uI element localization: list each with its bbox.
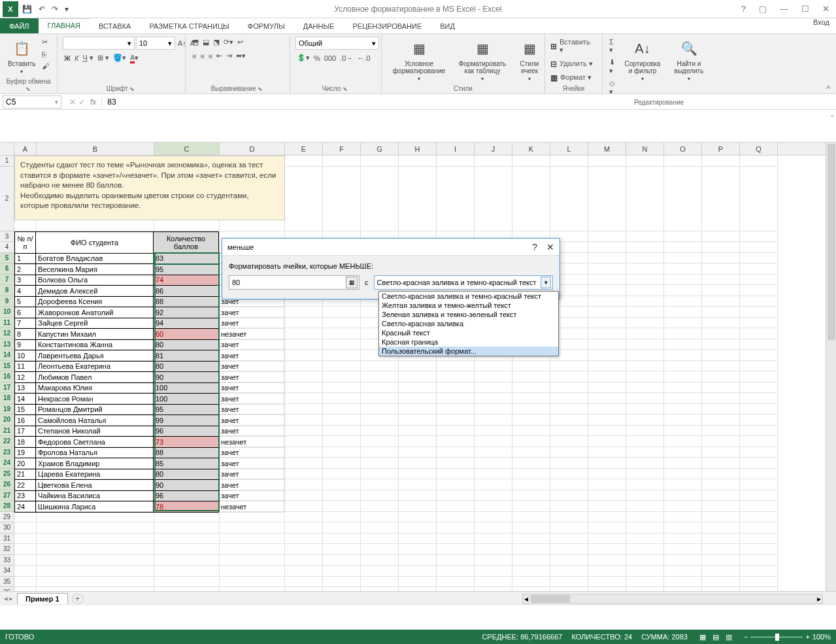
col-header-Q[interactable]: Q (740, 143, 778, 155)
row-header-29[interactable]: 29 (0, 512, 14, 523)
threshold-input[interactable]: 80 ▦ (229, 275, 359, 290)
font-name-select[interactable]: ▾ (63, 37, 135, 50)
row-header-18[interactable]: 18 (0, 393, 14, 404)
col-header-F[interactable]: F (323, 143, 361, 155)
font-size-select[interactable]: 10▾ (136, 37, 175, 50)
zoom-out-button[interactable]: − (744, 633, 748, 641)
accounting-button[interactable]: 💲▾ (295, 52, 311, 63)
col-header-D[interactable]: D (220, 143, 285, 155)
row-header-24[interactable]: 24 (0, 458, 14, 469)
tab-data[interactable]: ДАННЫЕ (294, 18, 344, 33)
col-header-I[interactable]: I (437, 143, 475, 155)
row-header-11[interactable]: 11 (0, 318, 14, 329)
zoom-value[interactable]: 100% (812, 633, 831, 641)
row-header-19[interactable]: 19 (0, 404, 14, 415)
row-header-1[interactable]: 1 (0, 156, 14, 167)
tab-file[interactable]: ФАЙЛ (0, 18, 39, 33)
row-header-6[interactable]: 6 (0, 263, 14, 275)
bold-button[interactable]: Ж (63, 53, 72, 63)
align-top-button[interactable]: ⬒ (191, 37, 200, 48)
close-button[interactable]: ✕ (818, 3, 833, 15)
align-right-button[interactable]: ≡ (207, 51, 214, 61)
col-header-N[interactable]: N (626, 143, 664, 155)
row-header-3[interactable]: 3 (0, 231, 14, 243)
qat-customize[interactable]: ▾ (62, 3, 71, 15)
dropdown-option[interactable]: Красная граница (379, 337, 558, 347)
row-header-12[interactable]: 12 (0, 328, 14, 339)
number-format-select[interactable]: Общий▾ (295, 37, 379, 50)
sheet-tab-active[interactable]: Пример 1 (17, 593, 68, 604)
col-header-P[interactable]: P (702, 143, 740, 155)
increase-decimal-button[interactable]: .0→ (339, 53, 354, 63)
insert-cells-button[interactable]: Вставить ▾ (558, 37, 597, 56)
name-box[interactable]: C5▾ (3, 95, 61, 109)
row-header-28[interactable]: 28 (0, 501, 14, 512)
row-header-30[interactable]: 30 (0, 522, 14, 534)
wrap-text-button[interactable]: ↩ (236, 37, 244, 48)
dialog-close-button[interactable]: ✕ (544, 242, 557, 252)
qat-undo[interactable]: ↶ (36, 3, 48, 15)
dropdown-option[interactable]: Желтая заливка и темно-желтый текст (379, 301, 558, 310)
row-header-23[interactable]: 23 (0, 447, 14, 458)
col-header-M[interactable]: M (588, 143, 626, 155)
decrease-indent-button[interactable]: ⇤ (215, 50, 224, 61)
decrease-decimal-button[interactable]: ←.0 (356, 53, 371, 63)
row-header-20[interactable]: 20 (0, 415, 14, 426)
hscroll-left[interactable]: ◂ (523, 594, 529, 603)
row-header-35[interactable]: 35 (0, 577, 14, 588)
row-header-34[interactable]: 34 (0, 566, 14, 577)
sheet-nav-prev[interactable]: ▸ (9, 594, 13, 603)
number-launcher[interactable]: ⬊ (343, 86, 349, 92)
tab-layout[interactable]: РАЗМЕТКА СТРАНИЦЫ (140, 18, 238, 33)
align-center-button[interactable]: ≡ (199, 51, 205, 61)
col-header-G[interactable]: G (361, 143, 399, 155)
align-middle-button[interactable]: ⬓ (201, 37, 210, 48)
row-header-14[interactable]: 14 (0, 350, 14, 361)
minimize-button[interactable]: — (776, 3, 792, 15)
fill-button[interactable]: ⬇ ▾ (608, 57, 617, 76)
dialog-help-button[interactable]: ? (529, 242, 540, 252)
zoom-slider[interactable] (750, 636, 803, 638)
conditional-formatting-button[interactable]: ▦ Условное форматирование▾ (387, 37, 451, 83)
autosum-button[interactable]: Σ ▾ (608, 37, 617, 56)
col-header-K[interactable]: K (512, 143, 550, 155)
ribbon-display-button[interactable]: ▢ (755, 3, 771, 15)
dropdown-option[interactable]: Красный текст (379, 328, 558, 337)
row-header-31[interactable]: 31 (0, 534, 14, 545)
merge-button[interactable]: ⬌▾ (235, 50, 247, 61)
row-header-26[interactable]: 26 (0, 479, 14, 490)
align-bottom-button[interactable]: ⬔ (212, 37, 221, 48)
select-all-corner[interactable] (0, 143, 14, 155)
sheet-nav-first[interactable]: ◂ (4, 594, 8, 603)
dropdown-arrow-icon[interactable]: ▾ (541, 277, 551, 288)
sort-filter-button[interactable]: A↓ Сортировка и фильтр▾ (620, 37, 665, 83)
format-cells-button[interactable]: Формат ▾ (559, 72, 593, 83)
fx-icon[interactable]: fx (90, 97, 102, 107)
hscroll-thumb[interactable] (531, 595, 570, 603)
row-header-8[interactable]: 8 (0, 285, 14, 296)
format-as-table-button[interactable]: ▦ Форматировать как таблицу▾ (454, 37, 511, 83)
vscroll-thumb[interactable] (828, 144, 835, 340)
cut-button[interactable]: ✂ (41, 37, 50, 48)
border-button[interactable]: ⊞ ▾ (96, 52, 110, 63)
format-dropdown[interactable]: Светло-красная заливка и темно-красный т… (378, 291, 559, 356)
paste-button[interactable]: 📋 Вставить ▾ (5, 37, 38, 76)
tab-view[interactable]: ВИД (431, 18, 464, 33)
tab-home[interactable]: ГЛАВНАЯ (39, 18, 90, 33)
tab-review[interactable]: РЕЦЕНЗИРОВАНИЕ (343, 18, 431, 33)
maximize-button[interactable]: ☐ (797, 3, 813, 15)
dropdown-option[interactable]: Светло-красная заливка (379, 319, 558, 328)
fill-color-button[interactable]: 🪣▾ (112, 52, 127, 63)
copy-button[interactable]: ⎘ (41, 49, 50, 59)
add-sheet-button[interactable]: + (72, 594, 84, 604)
row-header-5[interactable]: 5 (0, 253, 14, 264)
tab-formulas[interactable]: ФОРМУЛЫ (239, 18, 294, 33)
col-header-J[interactable]: J (475, 143, 512, 155)
sign-in[interactable]: Вход (813, 18, 829, 26)
percent-button[interactable]: % (312, 53, 322, 63)
row-header-27[interactable]: 27 (0, 490, 14, 501)
view-page-break-button[interactable]: ▥ (723, 632, 735, 643)
row-header-7[interactable]: 7 (0, 275, 14, 286)
dialog-titlebar[interactable]: меньше ? ✕ (222, 239, 560, 256)
dropdown-option[interactable]: Светло-красная заливка и темно-красный т… (379, 292, 558, 301)
